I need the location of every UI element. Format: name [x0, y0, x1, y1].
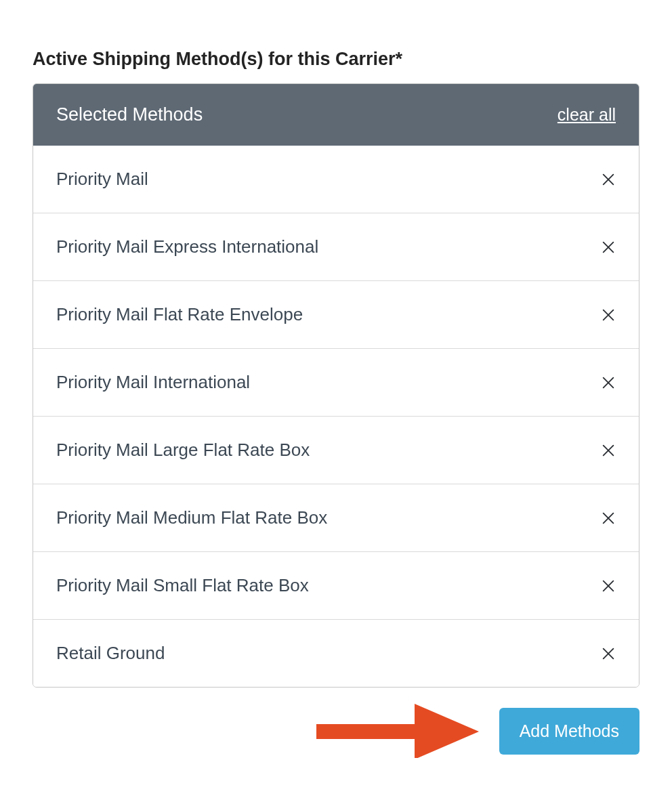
list-item-label: Priority Mail International	[56, 372, 250, 393]
panel-header-title: Selected Methods	[56, 104, 203, 125]
selected-methods-list: Priority MailPriority Mail Express Inter…	[33, 146, 639, 687]
close-icon[interactable]	[601, 646, 616, 661]
close-icon[interactable]	[601, 578, 616, 593]
close-icon[interactable]	[601, 240, 616, 255]
list-item: Priority Mail Large Flat Rate Box	[33, 416, 639, 484]
list-item-label: Priority Mail Flat Rate Envelope	[56, 304, 303, 325]
list-item-label: Priority Mail	[56, 169, 148, 190]
list-item: Priority Mail	[33, 146, 639, 213]
close-icon[interactable]	[601, 375, 616, 390]
arrow-right-icon	[316, 704, 479, 758]
list-item: Priority Mail Flat Rate Envelope	[33, 280, 639, 348]
list-item: Retail Ground	[33, 619, 639, 687]
close-icon[interactable]	[601, 172, 616, 187]
selected-methods-panel: Selected Methods clear all Priority Mail…	[33, 83, 639, 688]
panel-header: Selected Methods clear all	[33, 84, 639, 146]
add-methods-button[interactable]: Add Methods	[499, 708, 639, 755]
section-title: Active Shipping Method(s) for this Carri…	[33, 49, 639, 70]
close-icon[interactable]	[601, 511, 616, 526]
list-item-label: Priority Mail Small Flat Rate Box	[56, 575, 309, 596]
close-icon[interactable]	[601, 308, 616, 322]
list-item-label: Priority Mail Express International	[56, 236, 318, 257]
list-item-label: Priority Mail Large Flat Rate Box	[56, 440, 310, 461]
footer-row: Add Methods	[33, 704, 639, 758]
list-item: Priority Mail Express International	[33, 213, 639, 280]
list-item-label: Priority Mail Medium Flat Rate Box	[56, 507, 327, 528]
list-item-label: Retail Ground	[56, 643, 165, 664]
list-item: Priority Mail Medium Flat Rate Box	[33, 484, 639, 551]
svg-rect-16	[316, 724, 418, 739]
svg-marker-17	[415, 704, 479, 758]
list-item: Priority Mail Small Flat Rate Box	[33, 551, 639, 619]
close-icon[interactable]	[601, 443, 616, 458]
list-item: Priority Mail International	[33, 348, 639, 416]
clear-all-link[interactable]: clear all	[558, 105, 616, 125]
